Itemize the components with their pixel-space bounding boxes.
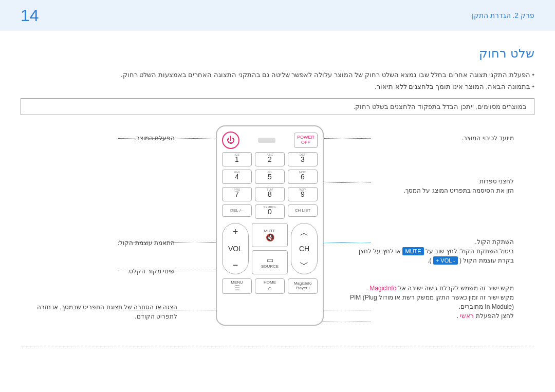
note-box: במוצרים מסוימים, ייתכן הבדל בתפקוד הלחצנ… [21, 98, 534, 115]
label-numbers-title: לחצני ספרות [365, 177, 514, 186]
home-button[interactable]: HOME ⌂ [255, 278, 285, 294]
minus-icon: − [233, 260, 238, 271]
number-pad: .QZ1 ABC2 DEF3 GHI4 JKL5 MNO6 PRS7 TUV8 … [222, 152, 318, 201]
power-icon: ⏻ [227, 136, 235, 145]
label-home: לחצן להפעלת ראשי . [349, 311, 514, 321]
number-9-button[interactable]: WXY9 [288, 187, 318, 201]
label-magicinfo-1: מקש ישיר זה משמש לקבלת גישה ישירה אל Mag… [349, 284, 514, 293]
label-power-on: הפעלת המוצר. [134, 135, 175, 142]
remote-diagram: הפעלת המוצר. התאמת עוצמת הקול. שינוי מקו… [21, 125, 534, 346]
intro-item: הפעלת התקני תצוגה אחרים בחלל שבו נמצא הש… [21, 69, 534, 81]
number-7-button[interactable]: PRS7 [222, 187, 252, 201]
menu-button[interactable]: MENU ☰ [222, 278, 252, 294]
magicinfo-button[interactable]: MagicInfo Player I [288, 278, 318, 294]
plus-icon: + [233, 227, 238, 237]
intro-list: הפעלת התקני תצוגה אחרים בחלל שבו נמצא הש… [21, 69, 534, 93]
vol-pill: + VOL - [433, 256, 458, 265]
intro-item: בתמונה הבאה, המוצר אינו תומך בלחצנים ללא… [21, 81, 534, 92]
chapter-label: פרק 2. הגדרת התקן [472, 11, 534, 20]
menu-icon: ☰ [234, 285, 240, 292]
label-source-change: שינוי מקור הקלט. [127, 268, 175, 275]
label-menu: הצגה או הסתרה של תצוגת התפריט שבמסך, או … [37, 304, 177, 320]
mute-pill: MUTE [402, 247, 423, 256]
number-0-button[interactable]: SYMBOL0 [255, 204, 285, 219]
channel-rocker[interactable]: ︿ CH ﹀ [291, 223, 318, 274]
label-volume-adjust: התאמת עוצמת הקול. [118, 239, 175, 247]
number-8-button[interactable]: TUV8 [255, 187, 285, 201]
mute-icon: 🔇 [266, 233, 274, 241]
power-off-button[interactable]: POWER OFF [294, 133, 318, 148]
number-5-button[interactable]: JKL5 [255, 170, 285, 184]
label-magicinfo-2: מקש ישיר זה זמין כאשר התקן ממשק רשת או מ… [349, 293, 514, 311]
number-3-button[interactable]: DEF3 [288, 152, 318, 166]
del-button[interactable]: DEL-/-- [222, 204, 252, 217]
number-6-button[interactable]: MNO6 [288, 170, 318, 184]
section-title: שלט רחוק [21, 46, 534, 61]
power-on-button[interactable]: ⏻ [222, 132, 239, 149]
ir-window [258, 138, 275, 143]
page-number: 14 [21, 6, 39, 25]
chevron-up-icon: ︿ [300, 227, 309, 239]
number-1-button[interactable]: .QZ1 [222, 152, 252, 166]
number-2-button[interactable]: ABC2 [255, 152, 285, 166]
page-header: פרק 2. הגדרת התקן 14 [0, 0, 555, 31]
mute-button[interactable]: MUTE 🔇 [252, 223, 288, 247]
label-numbers-body: הזן את הסיסמה בתפריט המוצג על המסך. [365, 186, 514, 195]
label-mute-body: ביטול השתקת הקול: לחץ שוב על MUTE או לחץ… [355, 247, 514, 265]
volume-rocker[interactable]: + VOL − [222, 223, 249, 274]
remote-control: ⏻ POWER OFF .QZ1 ABC2 DEF3 GHI4 JKL5 MNO… [216, 125, 324, 326]
ch-list-button[interactable]: CH LIST [288, 204, 318, 217]
source-icon: ▭ [267, 256, 273, 264]
chevron-down-icon: ﹀ [300, 258, 309, 271]
home-icon: ⌂ [268, 285, 271, 292]
source-button[interactable]: ▭ SOURCE [252, 250, 288, 274]
label-power-off: מיועד לכיבוי המוצר. [462, 135, 514, 142]
number-4-button[interactable]: GHI4 [222, 170, 252, 184]
label-mute-title: השתקת הקול. [355, 237, 514, 247]
